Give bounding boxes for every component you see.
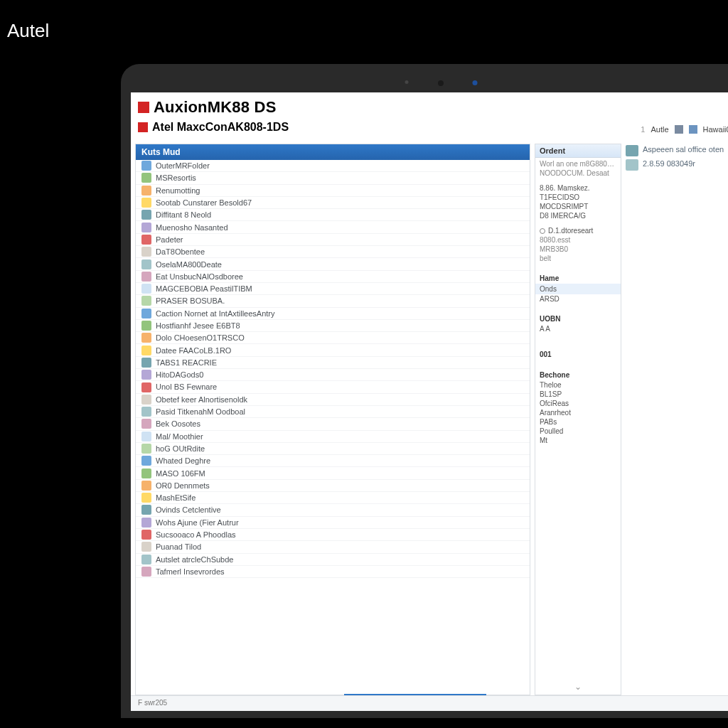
list-item[interactable]: Eat UnsbucNAlOsdboree (136, 271, 530, 283)
side-item[interactable]: BL1SP (540, 390, 616, 399)
side-item[interactable]: 8080.esst (540, 235, 616, 245)
list-item[interactable]: hoG OUtRdite (136, 443, 530, 455)
list-item[interactable]: Dolo CHoesenO1TRSCO (136, 332, 530, 344)
side-item[interactable]: belt (540, 254, 616, 263)
list-item[interactable]: TABS1 REACRIE (136, 357, 530, 369)
camera-icon (438, 80, 444, 86)
list-item[interactable]: HitoDAGods0 (136, 369, 530, 381)
list-item[interactable]: Autslet atrcleChSubde (136, 554, 530, 566)
item-icon (141, 272, 151, 282)
toolbar-label-b[interactable]: Hawaii0508 (703, 125, 728, 134)
item-icon (141, 161, 151, 171)
far-item[interactable]: 2.8.59 083049r (626, 158, 728, 172)
item-label: Caction Nornet at IntAxtilleesAntry (156, 309, 275, 318)
list-item[interactable]: Puanad Tilod (136, 541, 530, 553)
side-item[interactable]: ARSD (540, 294, 616, 304)
list-item[interactable]: Tafmerl Insevrordes (136, 566, 530, 578)
list-item[interactable]: MSResortis (136, 172, 530, 184)
side-item[interactable]: Worl an one m8G880D00 (540, 159, 616, 168)
far-item[interactable]: Aspeeen sal office oten (626, 144, 728, 158)
list-item[interactable]: Ovinds Cetclentive (136, 504, 530, 516)
toolbar-icon-b[interactable] (689, 125, 697, 134)
item-icon (141, 395, 151, 405)
list-item[interactable]: MAGCEBOBIA PeastilTIBM (136, 283, 530, 295)
item-label: Mal/ Moothier (156, 432, 203, 441)
side-item[interactable]: Poulled (540, 427, 616, 436)
item-icon (141, 333, 151, 343)
item-label: Padeter (156, 235, 183, 244)
side-section-d-head: Bechone (540, 370, 616, 380)
list-item[interactable]: Renumotting (136, 185, 530, 197)
side-radio-option[interactable]: D.1.dtoreseart (540, 226, 616, 235)
far-panel: Aspeeen sal office oten 2.8.59 083049r × (626, 144, 728, 695)
list-item[interactable]: Diffitant 8 Neold (136, 209, 530, 221)
list-item[interactable]: MashEtSife (136, 492, 530, 504)
side-item[interactable]: MRB3B0 (540, 245, 616, 254)
list-item[interactable]: Wohs Ajune (Fier Autrur (136, 517, 530, 529)
list-item[interactable]: Bek Oosotes (136, 418, 530, 430)
side-item[interactable]: D8 IMERCA/G (540, 211, 616, 220)
camera-led-icon (473, 80, 478, 85)
list-item[interactable]: Obetef keer Alnortisenoldk (136, 394, 530, 406)
item-label: Sucsooaco A Phoodlas (156, 530, 236, 539)
item-label: MAGCEBOBIA PeastilTIBM (156, 284, 252, 293)
status-bar: F swr205 (131, 695, 728, 711)
list-item[interactable]: Muenosho Nasanted (136, 221, 530, 233)
side-item[interactable]: MOCDSRIMPT (540, 202, 616, 211)
list-item[interactable]: Mal/ Moothier (136, 431, 530, 443)
side-item[interactable]: T1FECIDSO (540, 193, 616, 202)
item-icon (141, 432, 151, 441)
side-item-highlight[interactable]: Onds (535, 284, 621, 294)
toolbar-right: 1 Autle Hawaii0508 (641, 125, 728, 134)
side-section-b-head: UOBN (540, 314, 616, 324)
side-item[interactable]: 8.86. Mamskez. (540, 183, 616, 193)
item-icon (141, 493, 151, 503)
toolbar-icon-a[interactable] (675, 125, 683, 134)
list-item[interactable]: OuterMRFolder (136, 160, 530, 172)
side-item[interactable]: PABs (540, 417, 616, 427)
item-label: HitoDAGods0 (156, 370, 203, 379)
item-icon (141, 419, 151, 429)
item-label: Unol BS Fewnare (156, 382, 217, 391)
item-label: hoG OUtRdite (156, 444, 205, 453)
item-label: Tafmerl Insevrordes (156, 567, 225, 576)
item-icon (141, 247, 151, 257)
list-item[interactable]: PRASER BOSUBA. (136, 295, 530, 307)
app-sublogo-icon (138, 122, 148, 132)
list-item[interactable]: Datee FAACoLB.1RO (136, 344, 530, 356)
item-label: Diffitant 8 Neold (156, 210, 211, 219)
main-list[interactable]: OuterMRFolderMSResortisRenumottingSootab… (136, 160, 530, 695)
list-item[interactable]: Padeter (136, 234, 530, 246)
list-item[interactable]: Sucsooaco A Phoodlas (136, 529, 530, 541)
side-section-a-head: Hame (540, 273, 616, 284)
list-item[interactable]: MASO 106FM (136, 467, 530, 479)
item-icon (141, 296, 151, 306)
side-item[interactable]: Theloe (540, 380, 616, 390)
list-item[interactable]: Whated Deghre (136, 455, 530, 467)
list-item[interactable]: Unol BS Fewnare (136, 381, 530, 393)
list-item[interactable]: Sootab Cunstarer Besold67 (136, 197, 530, 209)
side-panel-body: Worl an one m8G880D00NOODOCUM. Desaat 8.… (535, 158, 621, 695)
toolbar-label-a[interactable]: Autle (651, 125, 668, 134)
list-item[interactable]: Pasid TitkenahM Oodboal (136, 406, 530, 418)
list-item[interactable]: OselaMA800Deate (136, 258, 530, 270)
radio-icon[interactable] (540, 228, 545, 234)
item-label: Muenosho Nasanted (156, 223, 228, 232)
list-item[interactable]: DaT8Obentee (136, 246, 530, 258)
chevron-down-icon[interactable]: ⌄ (574, 682, 582, 692)
list-item[interactable]: OR0 Dennmets (136, 480, 530, 492)
side-item[interactable]: OfciReas (540, 399, 616, 408)
list-item[interactable]: Caction Nornet at IntAxtilleesAntry (136, 308, 530, 320)
item-icon (141, 567, 151, 577)
item-icon (141, 444, 151, 454)
item-icon (141, 309, 151, 318)
item-label: MashEtSife (156, 493, 196, 502)
list-item[interactable]: Hostfianhf Jesee E6BT8 (136, 320, 530, 332)
side-item[interactable]: A A (540, 324, 616, 333)
side-item[interactable]: Aranrheot (540, 408, 616, 417)
far-item-label: Aspeeen sal office oten (643, 145, 724, 154)
item-label: OR0 Dennmets (156, 481, 210, 490)
side-item[interactable]: NOODOCUM. Desaat (540, 168, 616, 178)
item-icon (141, 555, 151, 564)
side-item[interactable]: Mt (540, 436, 616, 445)
